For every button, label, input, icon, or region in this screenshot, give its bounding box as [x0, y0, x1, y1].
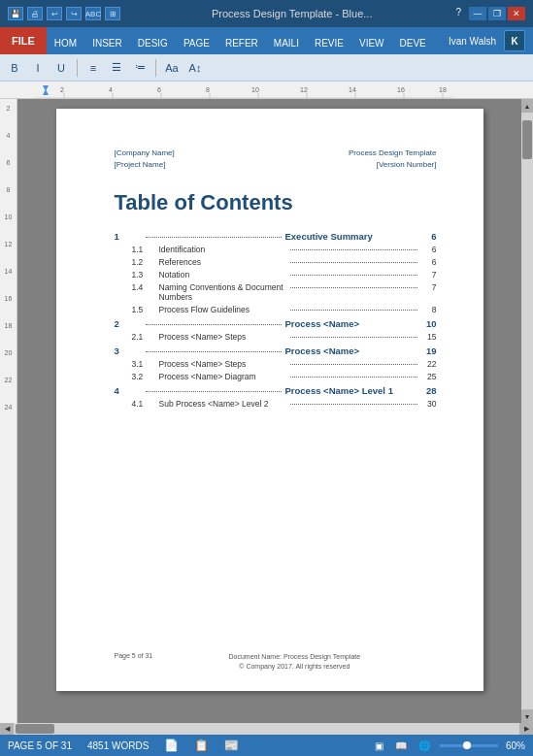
ruler-num-8: 8 — [7, 184, 11, 212]
italic-button[interactable]: I — [27, 57, 49, 79]
toc-page-1-3: 7 — [421, 270, 437, 279]
toc-text-1-4: Naming Conventions & Document Numbers — [159, 282, 286, 302]
bold-button[interactable]: B — [4, 57, 25, 79]
save-icon[interactable]: 💾 — [8, 7, 23, 20]
bullet-list-button[interactable]: ≔ — [129, 57, 150, 79]
toc-page-4: 28 — [421, 385, 437, 396]
document-area[interactable]: [Company Name] [Project Name] Process De… — [17, 99, 521, 723]
toc-num-4: 4 — [115, 385, 142, 396]
toc-num-4-1: 4.1 — [132, 399, 159, 409]
scroll-down-arrow[interactable]: ▼ — [521, 709, 533, 723]
style-button[interactable]: Aa — [161, 57, 183, 79]
tab-design[interactable]: DESIG — [130, 31, 176, 54]
toc-entry-1-4[interactable]: 1.4 Naming Conventions & Document Number… — [115, 282, 437, 302]
ruler-num-14: 14 — [5, 266, 13, 293]
toc-num-1-4: 1.4 — [132, 282, 159, 292]
zoom-level[interactable]: 60% — [506, 740, 525, 751]
svg-text:6: 6 — [157, 86, 161, 93]
toc-text-1-2: References — [159, 257, 286, 267]
ruler-num-2: 2 — [7, 103, 11, 130]
tab-references[interactable]: REFER — [217, 31, 266, 54]
toc-text-2-1: Process <Name> Steps — [159, 332, 286, 342]
project-name: [Project Name] — [115, 159, 175, 171]
toc-entry-2[interactable]: 2 Process <Name> 10 — [115, 318, 437, 329]
file-tab[interactable]: FILE — [0, 27, 47, 54]
svg-marker-20 — [43, 89, 49, 95]
toc-dots-1 — [146, 237, 282, 238]
toc-text-3-2: Process <Name> Diagram — [159, 372, 286, 381]
toc-dots-3-1 — [290, 364, 417, 365]
toc-entry-3-1[interactable]: 3.1 Process <Name> Steps 22 — [115, 359, 437, 369]
toc-page-1-1: 6 — [421, 245, 437, 254]
scroll-left-arrow[interactable]: ◀ — [0, 723, 14, 735]
footer-doc-name: Document Name: Process Design Template — [152, 652, 436, 662]
scroll-up-arrow[interactable]: ▲ — [521, 99, 533, 113]
undo-icon[interactable]: ↩ — [47, 7, 62, 20]
redo-icon[interactable]: ↪ — [66, 7, 82, 20]
vertical-scrollbar[interactable]: ▲ ▼ — [521, 99, 533, 723]
format-icon[interactable]: ⊞ — [105, 7, 120, 20]
tab-page[interactable]: PAGE — [176, 31, 217, 54]
tab-mailings[interactable]: MAILI — [266, 31, 307, 54]
view-normal-btn[interactable]: ▣ — [373, 740, 385, 751]
ruler-num-12: 12 — [5, 239, 13, 266]
ruler-num-4: 4 — [7, 130, 11, 157]
toc-entry-1-2[interactable]: 1.2 References 6 — [115, 257, 437, 267]
header-right: Process Design Template [Version Number] — [349, 148, 437, 171]
scroll-right-arrow[interactable]: ▶ — [519, 723, 533, 735]
header-left: [Company Name] [Project Name] — [115, 148, 175, 171]
align-left-button[interactable]: ≡ — [83, 57, 104, 79]
view-web-btn[interactable]: 🌐 — [416, 740, 432, 751]
toc-text-3: Process <Name> — [285, 345, 421, 356]
spell-icon[interactable]: ABC — [85, 7, 101, 20]
toc-entry-3-2[interactable]: 3.2 Process <Name> Diagram 25 — [115, 372, 437, 381]
print-icon[interactable]: 🖨 — [27, 7, 43, 20]
toc-page-2: 10 — [421, 318, 437, 329]
toc-entry-4-1[interactable]: 4.1 Sub Process <Name> Level 2 30 — [115, 399, 437, 409]
minimize-button[interactable]: — — [469, 7, 486, 20]
layout-icon[interactable]: 📋 — [194, 739, 209, 752]
tab-view[interactable]: VIEW — [351, 31, 392, 54]
toc-num-3-1: 3.1 — [132, 359, 159, 369]
toc-dots-2-1 — [290, 337, 417, 338]
zoom-thumb[interactable] — [463, 741, 471, 749]
close-button[interactable]: ✕ — [508, 7, 525, 20]
toc-text-1-3: Notation — [159, 270, 286, 279]
zoom-slider[interactable] — [440, 744, 498, 747]
tab-insert[interactable]: INSER — [84, 31, 130, 54]
toc-dots-2 — [146, 324, 282, 325]
restore-button[interactable]: ❐ — [488, 7, 506, 20]
toc-text-2: Process <Name> — [285, 318, 421, 329]
window-controls[interactable]: ? — ❐ ✕ — [455, 7, 525, 20]
underline-button[interactable]: U — [50, 57, 72, 79]
quick-access-toolbar[interactable]: 💾 🖨 ↩ ↪ ABC ⊞ — [8, 7, 120, 20]
svg-text:8: 8 — [206, 86, 210, 93]
document-page[interactable]: [Company Name] [Project Name] Process De… — [56, 109, 483, 691]
view-icon[interactable]: 📰 — [224, 739, 239, 752]
user-avatar[interactable]: K — [504, 30, 525, 51]
toc-page-1-2: 6 — [421, 257, 437, 267]
toc-entry-1-5[interactable]: 1.5 Process Flow Guidelines 8 — [115, 305, 437, 314]
toc-entry-3[interactable]: 3 Process <Name> 19 — [115, 345, 437, 356]
ruler-num-16: 16 — [5, 293, 13, 320]
view-read-btn[interactable]: 📖 — [393, 740, 409, 751]
toc-text-4-1: Sub Process <Name> Level 2 — [159, 399, 286, 409]
help-button[interactable]: ? — [455, 7, 461, 20]
tab-review[interactable]: REVIE — [307, 31, 351, 54]
horizontal-scroll-thumb[interactable] — [16, 724, 54, 734]
toc-entry-4[interactable]: 4 Process <Name> Level 1 28 — [115, 385, 437, 396]
toc-entry-2-1[interactable]: 2.1 Process <Name> Steps 15 — [115, 332, 437, 342]
toc-page-1-4: 7 — [421, 282, 437, 292]
font-size-button[interactable]: A↕ — [184, 57, 206, 79]
toc-entry-1-3[interactable]: 1.3 Notation 7 — [115, 270, 437, 279]
horizontal-scrollbar[interactable]: ◀ ▶ — [0, 723, 533, 735]
scroll-thumb[interactable] — [522, 120, 532, 159]
toc-text-1: Executive Summary — [285, 231, 421, 242]
align-center-button[interactable]: ☰ — [106, 57, 127, 79]
toc-entry-1-1[interactable]: 1.1 Identification 6 — [115, 245, 437, 254]
tab-home[interactable]: HOM — [47, 31, 84, 54]
footer-page-num: Page 5 of 31 — [115, 652, 153, 672]
document-icon[interactable]: 📄 — [164, 739, 179, 752]
toc-entry-1[interactable]: 1 Executive Summary 6 — [115, 231, 437, 242]
tab-developer[interactable]: DEVE — [392, 31, 434, 54]
